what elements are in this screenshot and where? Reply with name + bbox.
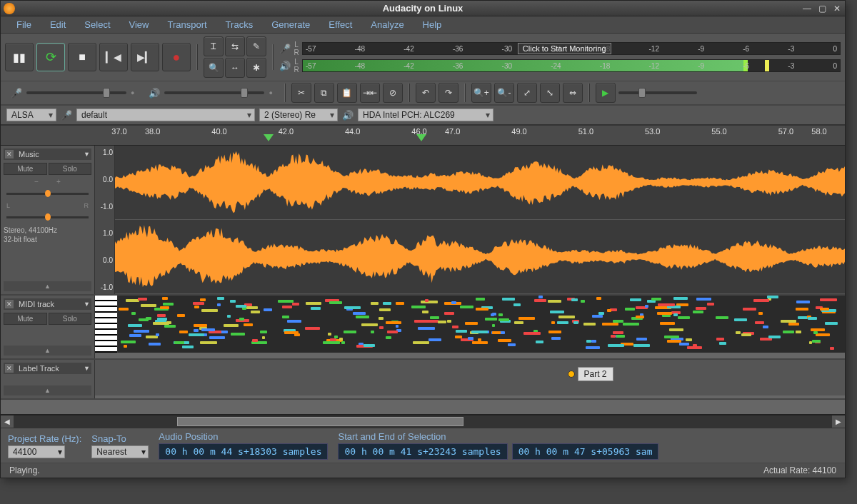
menu-generate[interactable]: Generate: [263, 18, 319, 31]
selection-label: Start and End of Selection: [338, 431, 838, 442]
fit-selection-button[interactable]: ⤢: [517, 83, 537, 103]
snap-to-select[interactable]: Nearest: [91, 445, 149, 458]
menu-tracks[interactable]: Tracks: [217, 18, 262, 31]
skip-start-button[interactable]: ▎◀: [99, 43, 128, 71]
menu-transport[interactable]: Transport: [159, 18, 215, 31]
track-format: Stereo, 44100Hz: [4, 226, 91, 235]
record-button[interactable]: ●: [162, 43, 191, 71]
track-close-button[interactable]: ✕: [5, 300, 14, 308]
cut-button[interactable]: ✂: [291, 83, 311, 103]
speaker-icon: [342, 110, 354, 121]
close-icon[interactable]: ✕: [833, 4, 841, 14]
pan-slider[interactable]: [6, 216, 89, 218]
maximize-icon[interactable]: ▢: [818, 4, 826, 14]
track-close-button[interactable]: ✕: [5, 364, 14, 373]
trim-button[interactable]: ⇥⇤: [360, 83, 380, 103]
zoom-toggle-button[interactable]: ⇔: [563, 83, 583, 103]
project-rate-select[interactable]: 44100: [8, 445, 65, 458]
playback-device-select[interactable]: HDA Intel PCH: ALC269: [358, 109, 493, 121]
track-panel-midi[interactable]: ✕ MIDI track ▼ Mute Solo ▲: [1, 296, 95, 358]
menu-edit[interactable]: Edit: [41, 18, 74, 31]
horizontal-scrollbar[interactable]: ◀ ▶: [1, 415, 845, 428]
scroll-thumb[interactable]: [177, 417, 463, 426]
gain-slider[interactable]: [6, 193, 89, 195]
recording-meter[interactable]: -57-48-42-36-30-24-18-12-9-6-30 Click to…: [302, 42, 841, 55]
solo-button[interactable]: Solo: [49, 313, 92, 325]
collapse-button[interactable]: ▲: [4, 385, 91, 395]
paste-button[interactable]: 📋: [337, 83, 357, 103]
track-menu-icon[interactable]: ▼: [84, 151, 90, 158]
transport-status: Playing.: [9, 465, 40, 475]
track-panel-label[interactable]: ✕ Label Track ▼ ▲: [1, 360, 95, 398]
mute-button[interactable]: Mute: [4, 163, 47, 175]
minimize-icon[interactable]: —: [803, 4, 811, 14]
status-area: Project Rate (Hz): 44100 Snap-To Nearest…: [1, 428, 845, 478]
stop-button[interactable]: ■: [68, 43, 96, 71]
track-name[interactable]: MIDI track: [16, 300, 81, 308]
midi-view[interactable]: [95, 296, 845, 353]
play-speed-slider[interactable]: [618, 91, 697, 94]
silence-button[interactable]: ⊘: [383, 83, 403, 103]
collapse-button[interactable]: ▲: [4, 346, 91, 356]
multi-tool-icon[interactable]: ✱: [246, 58, 266, 78]
menu-effect[interactable]: Effect: [320, 18, 361, 31]
recording-device-select[interactable]: default: [76, 109, 255, 121]
audio-host-select[interactable]: ALSA: [6, 109, 56, 121]
speaker-icon: [279, 61, 291, 71]
track-panel-music[interactable]: ✕ Music ▼ Mute Solo − + LR Stereo, 44100…: [1, 146, 95, 294]
track-close-button[interactable]: ✕: [5, 150, 14, 158]
play-at-speed-button[interactable]: ▶: [596, 83, 616, 103]
scroll-left-button[interactable]: ◀: [1, 415, 14, 428]
play-loop-button[interactable]: ⟳: [36, 43, 65, 71]
zoom-in-button[interactable]: 🔍+: [471, 83, 491, 103]
fit-project-button[interactable]: ⤡: [540, 83, 560, 103]
draw-tool-icon[interactable]: ✎: [246, 36, 266, 56]
track-menu-icon[interactable]: ▼: [84, 365, 90, 372]
solo-button[interactable]: Solo: [49, 163, 92, 175]
menu-analyze[interactable]: Analyze: [362, 18, 412, 31]
mute-button[interactable]: Mute: [4, 313, 47, 325]
project-rate-label: Project Rate (Hz):: [8, 433, 81, 444]
timeshift-tool-icon[interactable]: ↔: [225, 58, 245, 78]
label-view[interactable]: Part 2: [95, 360, 845, 395]
zoom-tool-icon[interactable]: 🔍: [204, 58, 224, 78]
zoom-out-button[interactable]: 🔍-: [494, 83, 514, 103]
label-text[interactable]: Part 2: [578, 367, 613, 381]
redo-button[interactable]: ↷: [438, 83, 458, 103]
track-depth: 32-bit float: [4, 235, 91, 244]
copy-button[interactable]: ⧉: [314, 83, 334, 103]
selection-end-field[interactable]: 00 h 00 m 47 s+05963 sam: [512, 443, 659, 460]
menu-select[interactable]: Select: [76, 18, 119, 31]
envelope-tool-icon[interactable]: ⇆: [225, 36, 245, 56]
timeline-ruler[interactable]: 37.038.040.042.044.046.047.049.051.053.0…: [1, 126, 845, 146]
track-music: ✕ Music ▼ Mute Solo − + LR Stereo, 44100…: [1, 146, 845, 296]
app-window: Audacity on Linux — ▢ ✕ File Edit Select…: [0, 0, 846, 478]
track-name[interactable]: Label Track: [16, 364, 81, 373]
titlebar[interactable]: Audacity on Linux — ▢ ✕: [1, 1, 845, 16]
playback-volume-slider[interactable]: [164, 91, 264, 94]
undo-button[interactable]: ↶: [416, 83, 436, 103]
skip-end-button[interactable]: ▶▎: [131, 43, 159, 71]
menu-file[interactable]: File: [8, 18, 40, 31]
audio-position-label: Audio Position: [159, 431, 328, 442]
track-menu-icon[interactable]: ▼: [84, 301, 90, 308]
scroll-right-button[interactable]: ▶: [832, 415, 845, 428]
label-point-icon[interactable]: [568, 371, 575, 378]
start-monitoring-button[interactable]: Click to Start Monitoring: [518, 43, 611, 54]
menu-view[interactable]: View: [121, 18, 158, 31]
collapse-button[interactable]: ▲: [4, 281, 91, 291]
snap-to-label: Snap-To: [91, 433, 149, 444]
label-marker[interactable]: Part 2: [568, 367, 613, 381]
selection-tool-icon[interactable]: Ꮖ: [204, 36, 224, 56]
playback-meter[interactable]: -57-48-42-36-30-24-18-12-9-6-30: [302, 59, 841, 72]
recording-volume-slider[interactable]: [26, 91, 126, 94]
menu-help[interactable]: Help: [414, 18, 451, 31]
pause-button[interactable]: ▮▮: [5, 43, 34, 71]
track-name[interactable]: Music: [16, 150, 81, 158]
selection-start-field[interactable]: 00 h 00 m 41 s+23243 samples: [338, 443, 507, 460]
tracks-area: ✕ Music ▼ Mute Solo − + LR Stereo, 44100…: [1, 146, 845, 415]
toolbars: ▮▮ ⟳ ■ ▎◀ ▶▎ ● Ꮖ ⇆ ✎ 🔍 ↔ ✱ LR -57: [1, 34, 845, 126]
audio-position-field[interactable]: 00 h 00 m 44 s+18303 samples: [159, 443, 328, 460]
waveform-music[interactable]: 1.0 0.0 -1.0 1.0 0.0 -1.0: [95, 146, 845, 294]
recording-channels-select[interactable]: 2 (Stereo) Re: [259, 109, 338, 121]
